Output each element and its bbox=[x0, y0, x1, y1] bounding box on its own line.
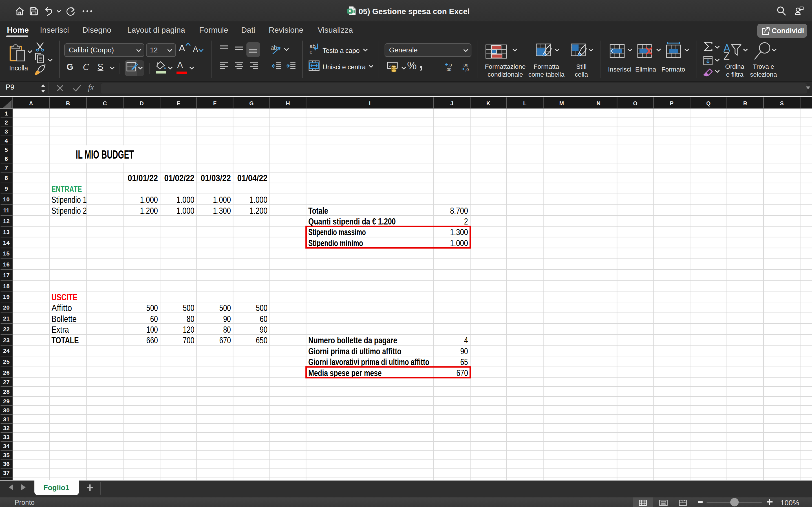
svg-text:32: 32 bbox=[3, 425, 10, 431]
svg-text:N: N bbox=[597, 100, 601, 107]
svg-text:120: 120 bbox=[183, 325, 194, 335]
svg-text:36: 36 bbox=[3, 460, 10, 467]
svg-text:J: J bbox=[450, 100, 453, 107]
svg-text:Q: Q bbox=[706, 100, 711, 107]
svg-text:24: 24 bbox=[3, 348, 10, 354]
svg-text:,00: ,00 bbox=[446, 67, 451, 71]
svg-text:G: G bbox=[249, 100, 253, 107]
svg-text:500: 500 bbox=[219, 303, 231, 313]
svg-text:R: R bbox=[743, 100, 747, 107]
svg-text:1.200: 1.200 bbox=[140, 206, 158, 216]
svg-text:6: 6 bbox=[5, 156, 8, 162]
svg-text:31: 31 bbox=[3, 416, 10, 422]
svg-text:12: 12 bbox=[3, 218, 10, 224]
svg-text:1.000: 1.000 bbox=[176, 194, 195, 205]
svg-text:2: 2 bbox=[464, 216, 468, 226]
svg-text:USCITE: USCITE bbox=[52, 292, 78, 302]
svg-text:B: B bbox=[66, 100, 70, 107]
svg-text:33: 33 bbox=[3, 434, 10, 440]
svg-text:23: 23 bbox=[3, 337, 10, 343]
svg-text:01/04/22: 01/04/22 bbox=[238, 173, 267, 183]
svg-text:8.700: 8.700 bbox=[450, 206, 468, 216]
svg-text:ENTRATE: ENTRATE bbox=[52, 184, 82, 194]
svg-text:K: K bbox=[486, 100, 490, 107]
svg-text:1.300: 1.300 bbox=[213, 206, 231, 216]
svg-text:Numero bollette da pagare: Numero bollette da pagare bbox=[308, 335, 397, 345]
svg-text:C: C bbox=[103, 100, 107, 107]
svg-text:Stipendio 2: Stipendio 2 bbox=[52, 206, 87, 216]
svg-text:1.000: 1.000 bbox=[140, 194, 158, 205]
svg-text:Giorni lavorativi prima di ult: Giorni lavorativi prima di ultimo affitt… bbox=[308, 357, 429, 367]
svg-text:X: X bbox=[349, 8, 351, 13]
svg-text:Affitto: Affitto bbox=[52, 303, 72, 313]
svg-text:28: 28 bbox=[3, 388, 10, 395]
svg-text:,0: ,0 bbox=[465, 67, 469, 71]
svg-text:7: 7 bbox=[5, 165, 8, 171]
svg-text:1.000: 1.000 bbox=[250, 194, 267, 205]
svg-text:90: 90 bbox=[223, 314, 231, 324]
svg-text:80: 80 bbox=[187, 314, 194, 324]
svg-text:90: 90 bbox=[460, 346, 468, 356]
svg-text:700: 700 bbox=[183, 335, 194, 345]
svg-text:500: 500 bbox=[183, 303, 194, 313]
svg-text:35: 35 bbox=[3, 452, 10, 458]
svg-text:Stipendio minimo: Stipendio minimo bbox=[308, 238, 363, 248]
svg-text:2: 2 bbox=[5, 119, 8, 126]
svg-text:Totale: Totale bbox=[308, 206, 328, 216]
svg-text:D: D bbox=[140, 100, 144, 107]
svg-text:,0: ,0 bbox=[448, 62, 452, 67]
svg-text:60: 60 bbox=[150, 314, 158, 324]
svg-text:,00: ,00 bbox=[462, 62, 468, 67]
svg-text:01/01/22: 01/01/22 bbox=[128, 173, 158, 183]
svg-text:65: 65 bbox=[460, 357, 468, 367]
svg-text:25: 25 bbox=[3, 358, 10, 365]
svg-text:9: 9 bbox=[5, 185, 8, 192]
svg-text:29: 29 bbox=[3, 398, 10, 404]
svg-text:34: 34 bbox=[3, 443, 10, 449]
svg-text:H: H bbox=[286, 100, 290, 107]
svg-text:1: 1 bbox=[5, 110, 8, 117]
svg-text:1.000: 1.000 bbox=[450, 238, 468, 248]
svg-text:Bollette: Bollette bbox=[52, 314, 77, 324]
svg-text:660: 660 bbox=[146, 335, 158, 345]
svg-text:500: 500 bbox=[256, 303, 267, 313]
svg-text:01/02/22: 01/02/22 bbox=[164, 173, 194, 183]
svg-text:670: 670 bbox=[219, 335, 231, 345]
svg-text:20: 20 bbox=[3, 304, 10, 311]
svg-text:21: 21 bbox=[3, 315, 10, 322]
svg-text:1.000: 1.000 bbox=[176, 206, 195, 216]
svg-text:17: 17 bbox=[3, 272, 10, 278]
svg-text:ab: ab bbox=[271, 44, 277, 51]
svg-text:1.000: 1.000 bbox=[213, 194, 231, 205]
svg-text:L: L bbox=[523, 100, 527, 107]
svg-text:Extra: Extra bbox=[52, 325, 69, 335]
svg-text:E: E bbox=[176, 100, 180, 107]
svg-text:8: 8 bbox=[5, 175, 8, 181]
svg-text:Stipendio massimo: Stipendio massimo bbox=[308, 227, 366, 237]
svg-text:01/03/22: 01/03/22 bbox=[201, 173, 231, 183]
svg-text:4: 4 bbox=[5, 137, 8, 144]
svg-text:O: O bbox=[633, 100, 637, 107]
svg-text:1.200: 1.200 bbox=[250, 206, 267, 216]
svg-text:A: A bbox=[29, 100, 33, 107]
svg-text:Media spese per mese: Media spese per mese bbox=[308, 368, 382, 378]
svg-text:Giorni prima di ultimo affitto: Giorni prima di ultimo affitto bbox=[308, 346, 402, 356]
svg-text:3: 3 bbox=[5, 128, 8, 135]
svg-text:S: S bbox=[780, 100, 783, 107]
svg-text:5: 5 bbox=[5, 147, 8, 153]
svg-text:11: 11 bbox=[3, 207, 9, 214]
svg-text:Quanti stipendi da € 1.200: Quanti stipendi da € 1.200 bbox=[308, 216, 396, 226]
svg-text:19: 19 bbox=[3, 293, 10, 300]
svg-text:M: M bbox=[559, 100, 564, 107]
svg-text:IL MIO BUDGET: IL MIO BUDGET bbox=[76, 148, 134, 161]
svg-text:500: 500 bbox=[146, 303, 158, 313]
svg-text:F: F bbox=[213, 100, 216, 107]
svg-text:TOTALE: TOTALE bbox=[52, 335, 79, 345]
svg-text:15: 15 bbox=[3, 250, 10, 257]
svg-text:Z: Z bbox=[723, 50, 730, 60]
svg-text:27: 27 bbox=[3, 379, 10, 385]
svg-text:Stipendio 1: Stipendio 1 bbox=[52, 194, 87, 205]
svg-text:14: 14 bbox=[3, 239, 10, 246]
svg-text:c: c bbox=[310, 49, 312, 55]
svg-text:22: 22 bbox=[3, 326, 10, 332]
